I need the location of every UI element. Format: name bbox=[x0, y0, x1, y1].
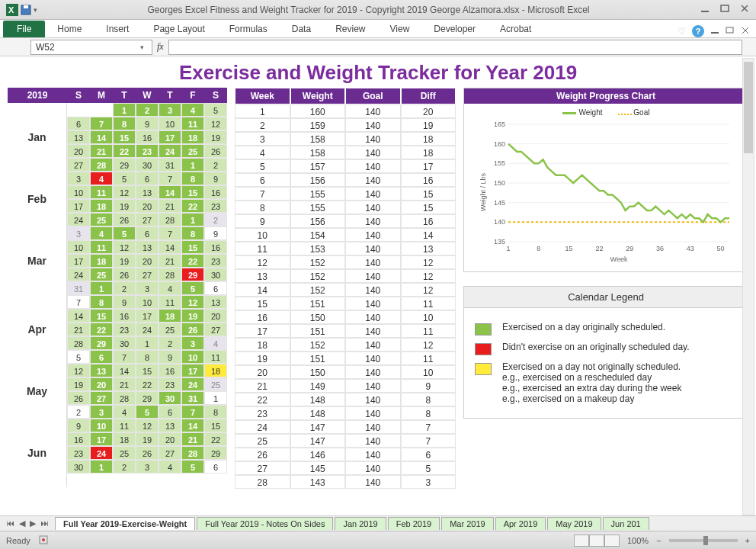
ribbon-close-icon[interactable] bbox=[741, 26, 750, 37]
calendar-day[interactable]: 23 bbox=[204, 199, 227, 213]
calendar-day[interactable]: 30 bbox=[113, 336, 136, 350]
calendar-day[interactable]: 15 bbox=[181, 185, 204, 199]
week-cell[interactable]: 20 bbox=[401, 104, 456, 118]
week-cell[interactable]: 18 bbox=[235, 338, 290, 352]
view-break-button[interactable] bbox=[604, 535, 620, 547]
close-icon[interactable] bbox=[739, 3, 750, 16]
calendar-day[interactable]: 14 bbox=[90, 130, 113, 144]
week-cell[interactable]: 10 bbox=[235, 228, 290, 242]
calendar-day[interactable]: 17 bbox=[181, 364, 204, 377]
week-cell[interactable]: 140 bbox=[345, 448, 401, 461]
week-cell[interactable]: 12 bbox=[401, 269, 456, 283]
calendar-day[interactable]: 3 bbox=[159, 103, 181, 117]
calendar-day[interactable]: 26 bbox=[113, 213, 136, 226]
week-cell[interactable]: 148 bbox=[290, 406, 346, 420]
calendar-day[interactable]: 18 bbox=[159, 309, 181, 323]
calendar-day[interactable]: 16 bbox=[204, 185, 227, 199]
calendar-day[interactable]: 7 bbox=[67, 295, 90, 309]
week-cell[interactable]: 140 bbox=[345, 406, 401, 420]
calendar-day[interactable]: 30 bbox=[159, 391, 181, 405]
week-cell[interactable]: 153 bbox=[290, 242, 346, 255]
calendar-day[interactable]: 15 bbox=[113, 130, 136, 144]
week-cell[interactable]: 15 bbox=[401, 201, 456, 214]
ribbon-tab-view[interactable]: View bbox=[378, 21, 422, 37]
week-cell[interactable]: 19 bbox=[401, 118, 456, 132]
zoom-slider[interactable] bbox=[669, 539, 738, 542]
calendar-day[interactable]: 3 bbox=[181, 336, 204, 350]
calendar-day[interactable]: 22 bbox=[204, 432, 227, 446]
calendar-day[interactable]: 3 bbox=[90, 405, 113, 419]
calendar-day[interactable]: 22 bbox=[113, 144, 136, 158]
calendar-day[interactable]: 21 bbox=[159, 199, 181, 213]
week-cell[interactable]: 10 bbox=[401, 310, 456, 324]
calendar-day[interactable]: 6 bbox=[90, 350, 113, 364]
calendar-day[interactable]: 28 bbox=[67, 336, 90, 350]
minimize-icon[interactable] bbox=[700, 3, 710, 16]
week-cell[interactable]: 140 bbox=[345, 434, 401, 448]
week-cell[interactable]: 16 bbox=[401, 173, 456, 187]
week-cell[interactable]: 140 bbox=[345, 338, 401, 352]
calendar-day[interactable]: 8 bbox=[136, 350, 159, 364]
calendar-day[interactable]: 27 bbox=[159, 446, 181, 460]
calendar-day[interactable]: 9 bbox=[159, 350, 181, 364]
calendar-day[interactable]: 1 bbox=[90, 460, 113, 474]
calendar-day[interactable]: 25 bbox=[90, 213, 113, 226]
calendar-day[interactable]: 21 bbox=[90, 144, 113, 158]
calendar-day[interactable]: 24 bbox=[67, 268, 90, 281]
calendar-day[interactable]: 13 bbox=[204, 295, 227, 309]
week-cell[interactable]: 154 bbox=[290, 228, 346, 242]
calendar-day[interactable]: 30 bbox=[204, 268, 227, 281]
calendar-day[interactable]: 25 bbox=[204, 377, 227, 391]
calendar-day[interactable]: 27 bbox=[204, 323, 227, 336]
calendar-day[interactable]: 18 bbox=[113, 432, 136, 446]
week-cell[interactable]: 14 bbox=[235, 283, 290, 297]
calendar-day[interactable]: 30 bbox=[136, 158, 159, 172]
calendar-day[interactable]: 10 bbox=[181, 350, 204, 364]
macro-record-icon[interactable] bbox=[38, 535, 49, 547]
ribbon-tab-review[interactable]: Review bbox=[323, 21, 377, 37]
save-icon[interactable] bbox=[20, 4, 32, 16]
tab-nav-first-icon[interactable]: ⏮ bbox=[5, 518, 16, 528]
calendar-day[interactable]: 7 bbox=[90, 117, 113, 130]
calendar-day[interactable]: 29 bbox=[90, 336, 113, 350]
week-cell[interactable]: 12 bbox=[401, 338, 456, 352]
week-cell[interactable]: 8 bbox=[235, 201, 290, 214]
week-cell[interactable]: 27 bbox=[235, 461, 290, 475]
week-cell[interactable]: 21 bbox=[235, 379, 290, 393]
calendar-day[interactable]: 9 bbox=[204, 172, 227, 185]
calendar-day[interactable]: 19 bbox=[113, 199, 136, 213]
week-cell[interactable]: 152 bbox=[290, 269, 346, 283]
calendar-day[interactable]: 2 bbox=[113, 460, 136, 474]
calendar-day[interactable]: 10 bbox=[159, 117, 181, 130]
calendar-day[interactable]: 15 bbox=[90, 309, 113, 323]
calendar-day[interactable]: 5 bbox=[136, 405, 159, 419]
calendar-day[interactable]: 17 bbox=[90, 432, 113, 446]
week-cell[interactable]: 5 bbox=[401, 461, 456, 475]
calendar-day[interactable]: 29 bbox=[113, 158, 136, 172]
calendar-day[interactable]: 5 bbox=[67, 350, 90, 364]
calendar-day[interactable]: 24 bbox=[181, 377, 204, 391]
calendar-day[interactable]: 21 bbox=[159, 254, 181, 268]
calendar-day[interactable]: 24 bbox=[67, 213, 90, 226]
week-cell[interactable]: 147 bbox=[290, 420, 346, 434]
week-cell[interactable]: 140 bbox=[345, 173, 401, 187]
calendar-day[interactable]: 3 bbox=[136, 460, 159, 474]
ribbon-restore-icon[interactable] bbox=[726, 26, 735, 37]
help-icon[interactable]: ? bbox=[692, 25, 704, 37]
calendar-day[interactable]: 31 bbox=[67, 281, 90, 295]
calendar-day[interactable]: 21 bbox=[113, 377, 136, 391]
sheet-tab[interactable]: Mar 2019 bbox=[441, 517, 493, 530]
calendar-day[interactable]: 11 bbox=[113, 419, 136, 432]
week-cell[interactable]: 156 bbox=[290, 173, 346, 187]
calendar-day[interactable]: 8 bbox=[181, 172, 204, 185]
week-cell[interactable]: 152 bbox=[290, 338, 346, 352]
sheet-tab[interactable]: Jan 2019 bbox=[335, 517, 386, 530]
calendar-day[interactable]: 3 bbox=[67, 226, 90, 240]
week-cell[interactable]: 3 bbox=[401, 475, 456, 489]
calendar-day[interactable]: 20 bbox=[204, 309, 227, 323]
calendar-day[interactable]: 26 bbox=[113, 268, 136, 281]
calendar-day[interactable]: 27 bbox=[67, 158, 90, 172]
calendar-day[interactable]: 10 bbox=[67, 240, 90, 254]
calendar-day[interactable]: 1 bbox=[204, 391, 227, 405]
week-cell[interactable]: 140 bbox=[345, 104, 401, 118]
